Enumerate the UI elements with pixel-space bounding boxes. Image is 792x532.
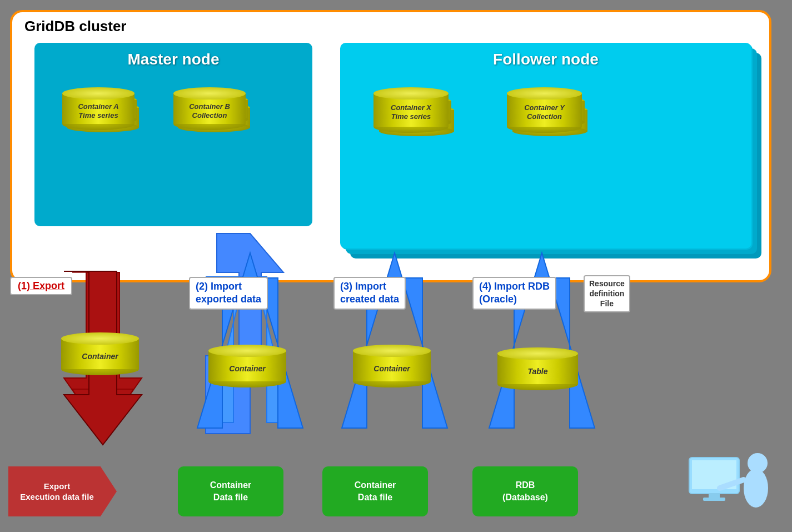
container-a-label2: Time series	[78, 111, 118, 120]
import4-label: (4) Import RDB (Oracle)	[472, 277, 556, 310]
container-data-file-1: Container Data file	[178, 466, 283, 516]
follower-front: Follower node	[340, 43, 751, 248]
middle-container-2: Container	[353, 345, 431, 387]
container-y-label1: Container Y	[524, 103, 565, 112]
resource-def-label: Resource definition File	[584, 275, 630, 312]
follower-node-title: Follower node	[340, 43, 751, 68]
container-y-label2: Collection	[524, 112, 565, 121]
container-b-group: Container B Collection	[173, 87, 251, 182]
griddb-cluster-box: GridDB cluster Master node	[10, 10, 771, 282]
import3-label: (3) Import created data	[333, 277, 406, 310]
middle-container-1: Container	[208, 345, 286, 387]
follower-node-group: Follower node	[340, 43, 763, 265]
container-x-group: Container X Time series	[373, 87, 457, 185]
container-b-label2: Collection	[189, 111, 230, 120]
rdb-box: RDB (Database)	[472, 466, 578, 516]
container-x-label1: Container X	[391, 103, 431, 112]
export-label: (1) Export	[10, 277, 72, 295]
container-y-group: Container Y Collection	[507, 87, 590, 185]
person-computer-icon	[686, 446, 775, 515]
container-a-label1: Container A	[78, 102, 118, 111]
export-container-cyl: Container	[61, 332, 139, 375]
import2-label: (2) Import exported data	[189, 277, 268, 310]
svg-rect-11	[703, 498, 725, 501]
container-x-label2: Time series	[391, 112, 431, 121]
container-b-label1: Container B	[189, 102, 230, 111]
master-node-box: Master node	[34, 43, 312, 226]
container-data-file-2: Container Data file	[322, 466, 428, 516]
container-a-group: Container A Time series	[62, 87, 140, 182]
export-box: Export Execution data file	[8, 466, 117, 516]
middle-table: Table	[497, 347, 578, 390]
svg-point-13	[744, 469, 768, 508]
master-node-title: Master node	[34, 43, 312, 68]
griddb-cluster-title: GridDB cluster	[24, 18, 127, 35]
